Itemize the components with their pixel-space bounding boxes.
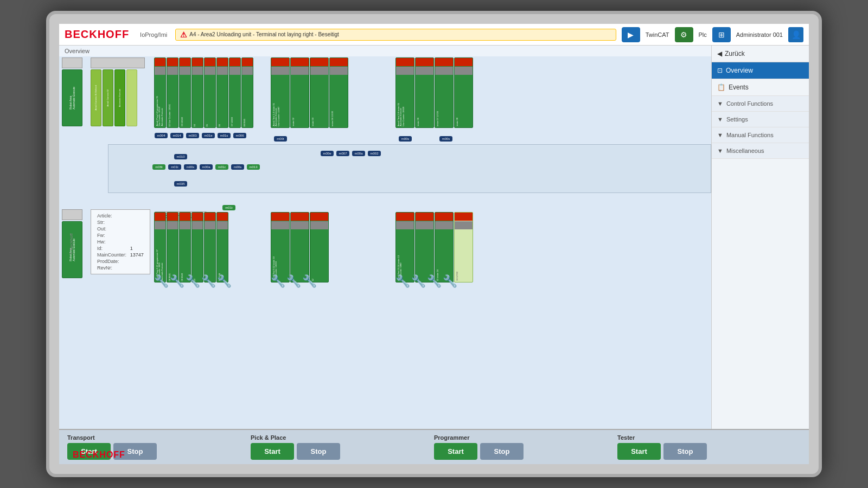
m01t-bottom: m01t xyxy=(222,205,235,210)
fw-label: Fw: xyxy=(95,232,129,239)
pickplace-start-button[interactable]: Start xyxy=(251,443,294,460)
badge-row-2: m06t m01t m00x m00a m01c m00s m013 xyxy=(152,164,260,170)
programmer-start-button[interactable]: Start xyxy=(434,443,477,460)
prog1-label: Area1 Prog 1-8 programmer 01Use Counter:… xyxy=(156,96,163,126)
sidebar-item-manual-functions[interactable]: ▼ Manual Functions xyxy=(712,127,809,143)
sidebar-item-miscellaneous[interactable]: ▼ Miscellaneous xyxy=(712,143,809,159)
events-icon: 📋 xyxy=(717,84,725,91)
manual-label: Manual Functions xyxy=(726,132,774,138)
back-label: Zurück xyxy=(725,50,745,57)
prog7-label: 07 13300 xyxy=(231,117,233,126)
prog5-label: 05 xyxy=(206,124,208,126)
bar3-label: Automatic Execute xyxy=(119,89,121,107)
misc-label: Miscellaneous xyxy=(726,147,764,154)
pickplace-buttons: Start Stop xyxy=(251,443,340,460)
main-counter-value: 13747 xyxy=(129,252,145,258)
sidebar-back-button[interactable]: ◀ Zurück xyxy=(712,46,809,62)
prog2-label: 02 Use Counter: 10561 xyxy=(169,104,171,126)
badge-single-3: m00s xyxy=(439,132,453,142)
settings-chevron: ▼ xyxy=(717,116,723,123)
tester-icons-bottom-2: 🔧 🔧 🔧 🔧 xyxy=(395,274,457,288)
programmer-stop-button[interactable]: Stop xyxy=(480,443,524,460)
badge-m003: m003 xyxy=(186,133,199,138)
programmer-label: Programmer xyxy=(434,434,469,441)
manual-chevron: ▼ xyxy=(717,132,723,138)
badge-bottom-center: m01t xyxy=(222,201,236,211)
badge-m00s: m00s xyxy=(399,136,412,142)
twincat-label: TwinCAT xyxy=(646,31,669,38)
badge-m002: m002 xyxy=(368,151,381,156)
prog4-label: 04 xyxy=(194,124,196,126)
tester-group-2: Area1 Test 5-8 tester 05Automatic Execut… xyxy=(395,57,480,128)
badge-m00s2: m00s xyxy=(439,136,452,142)
badge-m00e: m00e xyxy=(321,151,334,156)
programmer-group-bottom: Area1 Prog 2-12 programmer 07Use Counter… xyxy=(154,212,260,282)
sidebar-item-control-functions[interactable]: ▼ Control Functions xyxy=(712,96,809,112)
tester1-2-label: tester 02 xyxy=(292,118,295,126)
rev-nr-label: RevNr: xyxy=(95,265,129,271)
pickplace-stop-button[interactable]: Stop xyxy=(297,443,340,460)
twincat-gear-button[interactable]: ⚙ xyxy=(675,27,693,42)
overview-label: Overview xyxy=(726,67,753,74)
arrow-button[interactable]: ▶ xyxy=(622,27,640,42)
badge-m01s: m01s xyxy=(218,133,231,138)
badge-m010: m010 xyxy=(174,150,188,160)
tester-group-bottom-1: Area1 Test 9-12 tester 10Use Counter: 13… xyxy=(271,212,355,282)
sidebar: ◀ Zurück ⊡ Overview 📋 Events ▼ Control F… xyxy=(711,46,809,429)
main-counter-label: MainCounter: xyxy=(95,252,129,258)
tester-start-button[interactable]: Start xyxy=(617,443,661,460)
tester2-2-label: tester 06 xyxy=(417,118,419,126)
tester1-3-label: tester 03 xyxy=(312,118,314,126)
out-label: Out: xyxy=(95,226,129,232)
conveyor-main: m010 m00e m007 m00a m002 m06t m01t xyxy=(108,144,711,193)
sidebar-item-settings[interactable]: ▼ Settings xyxy=(712,112,809,127)
left-block-label: Robot AreaAutomatic Execute xyxy=(69,87,75,110)
pickplace-label: Pick & Place xyxy=(251,434,286,441)
program-label: IoProg/Imi xyxy=(140,31,167,38)
badge-m00a: m00a xyxy=(352,151,365,156)
tester-group-1: Area1 Test 1-4 tester 01Automatic Execut… xyxy=(271,57,355,128)
sidebar-item-overview[interactable]: ⊡ Overview xyxy=(712,62,809,79)
badge-m014: m014 xyxy=(170,133,183,138)
tester-section: Tester Start Stop xyxy=(617,434,795,460)
events-label: Events xyxy=(729,84,749,91)
tester-buttons: Start Stop xyxy=(617,443,707,460)
control-label: Control Functions xyxy=(726,100,773,107)
alert-icon: ⚠ xyxy=(180,30,187,39)
user-label: Administrator 001 xyxy=(736,31,783,38)
programmer-buttons: Start Stop xyxy=(434,443,524,460)
alert-text: A4 - Area2 Unloading unit - Terminal not… xyxy=(189,31,339,37)
bar1-label: Area1 Camera 01 Defined xyxy=(95,85,97,110)
tester-bot-icon-7: 🔧 xyxy=(443,274,457,288)
badge-m00a2: m00a xyxy=(200,164,213,170)
picker-2: 🔧 xyxy=(170,274,184,288)
user-icon[interactable]: 👤 xyxy=(788,27,803,42)
tester-label: Tester xyxy=(617,434,635,441)
plc-label: Plc xyxy=(699,31,707,38)
m035-badge: m035 xyxy=(174,181,187,187)
tester-bot-icon-3: 🔧 xyxy=(302,274,317,288)
plc-button[interactable]: ⊞ xyxy=(712,27,731,42)
area-second-block: Area1 Camera 01 Defined Area1 Camera 02 … xyxy=(91,57,145,128)
programmer-group-top: Area1 Prog 1-8 programmer 01Use Counter:… xyxy=(154,57,260,128)
overview-canvas: Robot AreaAutomatic Execute Area1 Camera… xyxy=(59,57,711,396)
tester-bot-icon-4: 🔧 xyxy=(395,274,410,288)
transport-label: Transport xyxy=(67,434,95,441)
badge-m007: m007 xyxy=(336,151,349,156)
picker-3: 🔧 xyxy=(186,274,200,288)
content-area: Overview Robot AreaAutomatic Execute xyxy=(59,46,711,429)
m010-badge: m010 xyxy=(174,154,187,159)
picker-4: 🔧 xyxy=(201,274,216,288)
badge-row-right: m00e m007 m00a m002 xyxy=(320,150,381,157)
sidebar-item-events[interactable]: 📋 Events xyxy=(712,79,809,96)
tester-stop-button[interactable]: Stop xyxy=(663,443,707,460)
badge-m00s3: m00s xyxy=(231,164,244,170)
badge-m00x: m00x xyxy=(184,164,197,170)
header-alert: ⚠ A4 - Area2 Unloading unit - Terminal n… xyxy=(175,29,616,41)
badge-m00t: m00t xyxy=(274,136,287,142)
badge-m006: m006 xyxy=(233,133,246,138)
prod-date-label: ProdDate: xyxy=(95,258,129,265)
bar2-label: Area1 Camera 02 xyxy=(107,89,109,107)
overview-icon: ⊡ xyxy=(717,67,723,74)
module-row-1: m004 m014 m003 m01e m01s m006 xyxy=(154,132,247,139)
